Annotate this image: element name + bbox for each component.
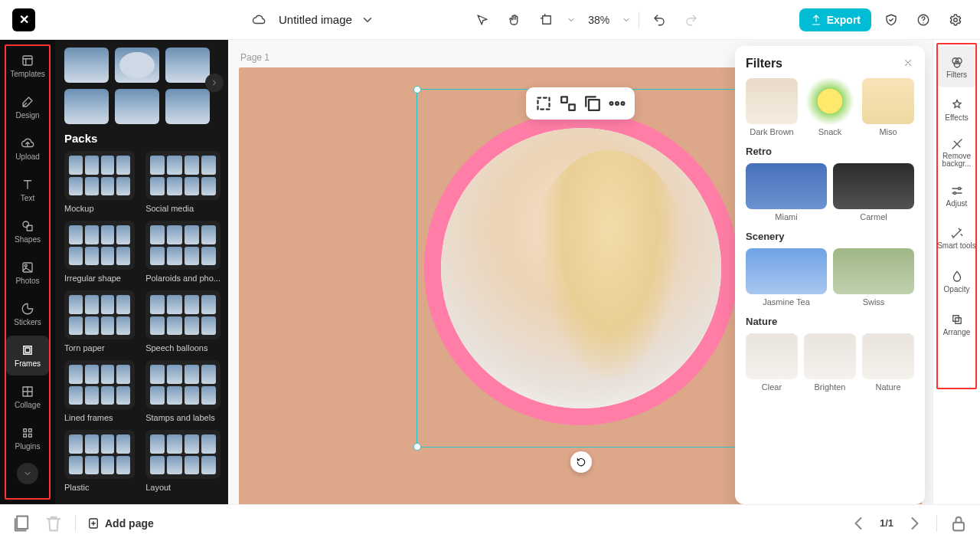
filter-group-title: Retro — [746, 146, 914, 157]
pack-card[interactable]: Polaroids and pho... — [145, 221, 220, 283]
svg-point-20 — [616, 102, 619, 105]
next-page-icon[interactable] — [904, 513, 926, 534]
filter-group-title: Nature — [746, 316, 914, 327]
filter-card[interactable]: Snack — [804, 78, 856, 136]
pack-label: Lined frames — [64, 413, 135, 422]
nav-more[interactable] — [17, 463, 38, 484]
duplicate-icon[interactable] — [581, 92, 604, 115]
svg-point-23 — [956, 57, 962, 64]
svg-rect-29 — [17, 516, 28, 528]
pack-label: Social media — [145, 204, 220, 213]
svg-rect-13 — [24, 434, 27, 438]
filter-card[interactable]: Nature — [862, 333, 914, 392]
top-bar: ✕ Untitled image 38% Export — [0, 0, 980, 40]
zoom-level[interactable]: 38% — [583, 14, 614, 26]
pack-card[interactable]: Mockup — [64, 151, 135, 213]
rr-adjust[interactable]: Adjust — [937, 175, 977, 216]
cloud-save-icon[interactable] — [247, 8, 271, 32]
page-label: Page 1 — [240, 52, 270, 63]
svg-rect-3 — [23, 56, 32, 65]
frame-thumb[interactable] — [115, 89, 159, 124]
resize-handle[interactable] — [413, 86, 421, 93]
nav-upload[interactable]: Upload — [6, 129, 49, 169]
collapse-panel-handle[interactable] — [223, 272, 228, 303]
rr-smart-tools[interactable]: Smart tools — [937, 218, 977, 259]
help-icon[interactable] — [911, 8, 936, 32]
rr-opacity[interactable]: Opacity — [937, 261, 977, 302]
filter-card[interactable]: Miami — [746, 163, 827, 221]
nav-plugins[interactable]: Plugins — [6, 418, 49, 458]
rr-remove-bg[interactable]: Remove backgr... — [937, 132, 977, 173]
pack-card[interactable]: Torn paper — [64, 290, 135, 352]
filter-card[interactable]: Brighten — [804, 333, 856, 392]
nav-collage[interactable]: Collage — [6, 377, 49, 417]
more-icon[interactable] — [606, 92, 629, 115]
ai-expand-icon[interactable] — [557, 92, 580, 115]
crop-tool-icon[interactable] — [534, 8, 559, 32]
export-label: Export — [827, 14, 861, 26]
svg-rect-9 — [25, 348, 30, 352]
pack-card[interactable]: Irregular shape — [64, 221, 135, 283]
pack-label: Layout — [145, 483, 220, 492]
nav-stickers[interactable]: Stickers — [6, 294, 49, 334]
hand-tool-icon[interactable] — [502, 8, 527, 32]
resize-handle[interactable] — [413, 443, 421, 451]
pack-card[interactable]: Social media — [145, 151, 220, 213]
right-rail: Filters Effects Remove backgr... Adjust … — [933, 40, 980, 504]
delete-icon[interactable] — [43, 513, 64, 534]
canvas-area[interactable]: Page 1 Filters Dark BrownSnackMiso Retro — [228, 40, 933, 504]
svg-rect-18 — [589, 100, 599, 110]
svg-rect-16 — [561, 97, 567, 103]
svg-point-21 — [622, 102, 625, 105]
pack-card[interactable]: Plastic — [64, 430, 135, 492]
svg-point-25 — [958, 187, 960, 189]
undo-icon[interactable] — [647, 8, 671, 32]
frame-thumb[interactable] — [115, 48, 159, 83]
rr-effects[interactable]: Effects — [937, 89, 977, 130]
frame-thumb[interactable] — [165, 48, 210, 83]
nav-frames[interactable]: Frames — [6, 336, 49, 375]
pages-icon[interactable] — [11, 513, 32, 534]
nav-shapes[interactable]: Shapes — [6, 211, 49, 251]
redo-icon[interactable] — [679, 8, 704, 32]
frame-thumb[interactable] — [64, 48, 109, 83]
crop-icon[interactable] — [532, 92, 555, 115]
filter-card[interactable]: Dark Brown — [746, 78, 798, 136]
add-page-button[interactable]: Add page — [87, 516, 154, 530]
pack-label: Polaroids and pho... — [145, 274, 220, 283]
lock-icon[interactable] — [948, 513, 969, 534]
rr-arrange[interactable]: Arrange — [937, 303, 977, 345]
filter-card[interactable]: Jasmine Tea — [746, 248, 827, 307]
select-tool-icon[interactable] — [470, 8, 495, 32]
close-icon[interactable] — [900, 55, 916, 70]
frame-thumb[interactable] — [165, 89, 210, 124]
prev-page-icon[interactable] — [848, 513, 869, 534]
settings-icon[interactable] — [943, 8, 968, 32]
rotate-handle[interactable] — [570, 451, 592, 473]
filter-card[interactable]: Miso — [862, 78, 914, 136]
chevron-down-icon[interactable] — [360, 8, 375, 32]
nav-text[interactable]: Text — [6, 170, 49, 210]
filter-group-title: Scenery — [746, 231, 914, 242]
nav-templates[interactable]: Templates — [6, 46, 49, 86]
document-title[interactable]: Untitled image — [279, 13, 352, 26]
pack-card[interactable]: Layout — [145, 430, 220, 492]
rr-filters[interactable]: Filters — [937, 46, 977, 87]
pack-card[interactable]: Stamps and labels — [145, 360, 220, 422]
svg-point-26 — [953, 192, 956, 194]
app-logo[interactable]: ✕ — [12, 8, 35, 31]
svg-rect-28 — [955, 317, 961, 323]
filter-card[interactable]: Carmel — [833, 163, 914, 221]
filter-card[interactable]: Clear — [746, 333, 798, 392]
nav-photos[interactable]: Photos — [6, 253, 49, 293]
frame-thumb[interactable] — [64, 89, 109, 124]
pack-label: Torn paper — [64, 343, 135, 352]
pack-card[interactable]: Lined frames — [64, 360, 135, 422]
filter-card[interactable]: Swiss — [833, 248, 914, 307]
pack-label: Mockup — [64, 204, 135, 213]
svg-rect-15 — [538, 98, 550, 110]
nav-design[interactable]: Design — [6, 87, 49, 127]
export-button[interactable]: Export — [799, 8, 871, 31]
shield-icon[interactable] — [879, 8, 903, 32]
pack-card[interactable]: Speech balloons — [145, 290, 220, 352]
